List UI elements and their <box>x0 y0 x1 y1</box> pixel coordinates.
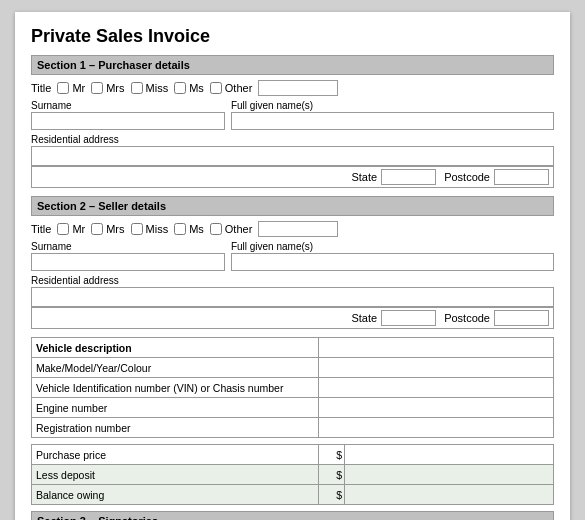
section1-name-row: Surname Full given name(s) <box>31 100 554 130</box>
section1-ms-group: Ms <box>174 82 204 94</box>
section2-ms-checkbox[interactable] <box>174 223 186 235</box>
section2: Section 2 – Seller details Title Mr Mrs … <box>31 196 554 329</box>
section1-fullname-col: Full given name(s) <box>231 100 554 130</box>
price-table: Purchase price $ Less deposit $ Balance … <box>31 444 554 505</box>
section2-surname-input[interactable] <box>31 253 225 271</box>
section1-mrs-label: Mrs <box>106 82 124 94</box>
price-input-2[interactable] <box>349 490 549 501</box>
section2-miss-label: Miss <box>146 223 169 235</box>
section1-other-label: Other <box>225 82 253 94</box>
price-symbol-0: $ <box>319 445 345 465</box>
section1-surname-col: Surname <box>31 100 225 130</box>
price-value-2[interactable] <box>345 485 554 505</box>
vehicle-header-value <box>319 338 554 358</box>
section2-address-input[interactable] <box>32 288 553 306</box>
section1-address-wrapper <box>31 146 554 166</box>
section2-other-input[interactable] <box>258 221 338 237</box>
price-symbol-2: $ <box>319 485 345 505</box>
section1-mrs-checkbox[interactable] <box>91 82 103 94</box>
section2-state-label: State <box>351 312 377 324</box>
section1-postcode-input[interactable] <box>494 169 549 185</box>
vehicle-field-1: Vehicle Identification number (VIN) or C… <box>32 378 319 398</box>
price-label-2: Balance owing <box>32 485 319 505</box>
price-row-2: Balance owing $ <box>32 485 554 505</box>
section1-mr-checkbox[interactable] <box>57 82 69 94</box>
vehicle-row-2: Engine number <box>32 398 554 418</box>
vehicle-table: Vehicle description Make/Model/Year/Colo… <box>31 337 554 438</box>
price-value-1[interactable] <box>345 465 554 485</box>
vehicle-value-1[interactable] <box>323 380 549 395</box>
vehicle-row-0: Make/Model/Year/Colour <box>32 358 554 378</box>
price-row-1: Less deposit $ <box>32 465 554 485</box>
section1-header: Section 1 – Purchaser details <box>31 55 554 75</box>
section2-miss-checkbox[interactable] <box>131 223 143 235</box>
section1-mrs-group: Mrs <box>91 82 124 94</box>
section1-mr-label: Mr <box>72 82 85 94</box>
section1-surname-input[interactable] <box>31 112 225 130</box>
section2-title-label: Title <box>31 223 51 235</box>
section2-address-label: Residential address <box>31 275 554 286</box>
section1-other-checkbox[interactable] <box>210 82 222 94</box>
section2-fullname-col: Full given name(s) <box>231 241 554 271</box>
section1-address-label: Residential address <box>31 134 554 145</box>
page: Private Sales Invoice Section 1 – Purcha… <box>15 12 570 520</box>
section1-mr-group: Mr <box>57 82 85 94</box>
section1-fullname-label: Full given name(s) <box>231 100 554 111</box>
section1-surname-label: Surname <box>31 100 225 111</box>
section1-sp-row: State Postcode <box>31 166 554 188</box>
price-label-0: Purchase price <box>32 445 319 465</box>
section3: Section 3 – Signatories By signing this … <box>31 511 554 520</box>
section2-other-group: Other <box>210 223 253 235</box>
price-input-1[interactable] <box>349 470 549 481</box>
vehicle-value-2[interactable] <box>323 400 549 415</box>
section2-state-input[interactable] <box>381 310 436 326</box>
vehicle-header-row: Vehicle description <box>32 338 554 358</box>
section1-ms-label: Ms <box>189 82 204 94</box>
section1-miss-group: Miss <box>131 82 169 94</box>
vehicle-field-2: Engine number <box>32 398 319 418</box>
section1-ms-checkbox[interactable] <box>174 82 186 94</box>
vehicle-field-0: Make/Model/Year/Colour <box>32 358 319 378</box>
vehicle-input-3[interactable] <box>319 418 554 438</box>
section1-title-label: Title <box>31 82 51 94</box>
section2-miss-group: Miss <box>131 223 169 235</box>
section2-mrs-group: Mrs <box>91 223 124 235</box>
vehicle-input-0[interactable] <box>319 358 554 378</box>
section1: Section 1 – Purchaser details Title Mr M… <box>31 55 554 188</box>
section2-fullname-label: Full given name(s) <box>231 241 554 252</box>
section1-address-input[interactable] <box>32 147 553 165</box>
section1-title-row: Title Mr Mrs Miss Ms Other <box>31 80 554 96</box>
section2-fullname-input[interactable] <box>231 253 554 271</box>
section2-other-label: Other <box>225 223 253 235</box>
section2-other-checkbox[interactable] <box>210 223 222 235</box>
section2-address-wrapper <box>31 287 554 307</box>
section2-postcode-pair: Postcode <box>440 308 553 328</box>
vehicle-value-3[interactable] <box>323 420 549 435</box>
section2-surname-col: Surname <box>31 241 225 271</box>
vehicle-row-1: Vehicle Identification number (VIN) or C… <box>32 378 554 398</box>
section1-state-input[interactable] <box>381 169 436 185</box>
section1-other-group: Other <box>210 82 253 94</box>
price-value-0[interactable] <box>345 445 554 465</box>
section2-mrs-checkbox[interactable] <box>91 223 103 235</box>
section2-postcode-label: Postcode <box>444 312 490 324</box>
section1-postcode-label: Postcode <box>444 171 490 183</box>
section1-state-label: State <box>351 171 377 183</box>
section2-mr-checkbox[interactable] <box>57 223 69 235</box>
section1-miss-checkbox[interactable] <box>131 82 143 94</box>
section1-other-input[interactable] <box>258 80 338 96</box>
section1-miss-label: Miss <box>146 82 169 94</box>
vehicle-value-0[interactable] <box>323 360 549 375</box>
section2-header: Section 2 – Seller details <box>31 196 554 216</box>
section2-postcode-input[interactable] <box>494 310 549 326</box>
vehicle-header-label: Vehicle description <box>32 338 319 358</box>
section1-postcode-pair: Postcode <box>440 167 553 187</box>
section2-sp-row: State Postcode <box>31 307 554 329</box>
price-input-0[interactable] <box>349 450 549 461</box>
vehicle-input-2[interactable] <box>319 398 554 418</box>
vehicle-field-3: Registration number <box>32 418 319 438</box>
section2-title-row: Title Mr Mrs Miss Ms Other <box>31 221 554 237</box>
section2-mr-label: Mr <box>72 223 85 235</box>
vehicle-input-1[interactable] <box>319 378 554 398</box>
section1-fullname-input[interactable] <box>231 112 554 130</box>
